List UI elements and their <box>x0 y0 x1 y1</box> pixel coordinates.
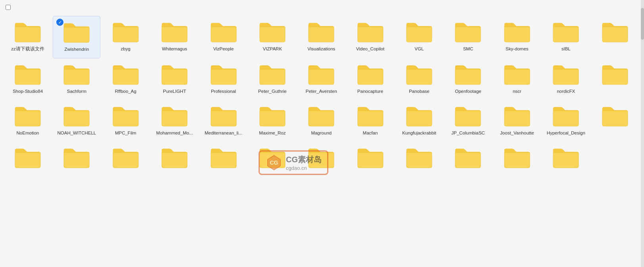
folder-item[interactable] <box>444 142 492 177</box>
folder-item[interactable]: VGL <box>395 16 443 58</box>
folder-item[interactable]: Peter_Aversten <box>297 58 345 100</box>
folder-label: NOAH_WITCHELL <box>57 130 96 136</box>
folder-icon <box>209 62 238 85</box>
folder-item[interactable]: Whitemagus <box>151 16 198 58</box>
folder-icon <box>503 62 531 85</box>
folder-icon <box>405 146 433 169</box>
folder-label: PureLIGHT <box>163 88 186 94</box>
folder-label: Mediterranean_li... <box>205 130 242 136</box>
folder-item[interactable]: Panocapture <box>347 58 394 100</box>
folder-item[interactable] <box>102 142 150 177</box>
folder-icon <box>160 146 189 169</box>
folder-item[interactable]: Shop-Studio84 <box>4 58 52 100</box>
folder-item[interactable]: JP_ColumbiaSC <box>444 100 492 142</box>
folder-item[interactable]: Mediterranean_li... <box>200 100 247 142</box>
folder-label: Mohammed_Mo... <box>156 130 193 136</box>
folder-icon <box>307 20 335 43</box>
folder-label: Sachform <box>67 88 86 94</box>
folder-label: VizPeople <box>213 46 234 52</box>
folder-item[interactable]: sIBL <box>542 16 590 58</box>
folder-icon <box>307 62 335 85</box>
folder-item[interactable] <box>395 142 443 177</box>
folder-item[interactable] <box>151 142 198 177</box>
folder-icon <box>111 104 140 127</box>
folder-label: Kungfujackrabbit <box>402 130 436 136</box>
folder-item[interactable]: Professional <box>200 58 247 100</box>
folder-item[interactable]: Openfootage <box>444 58 492 100</box>
folder-item[interactable]: Video_Copilot <box>347 16 394 58</box>
folder-label: Hyperfocal_Design <box>547 130 585 136</box>
folder-item[interactable]: zbyg <box>102 16 150 58</box>
folder-item[interactable]: Sky-domes <box>493 16 541 58</box>
folder-item[interactable] <box>542 142 590 177</box>
folder-item[interactable] <box>4 142 52 177</box>
folder-icon <box>62 20 91 43</box>
folder-item[interactable]: NoEmotion <box>4 100 52 142</box>
folder-item[interactable]: Mohammed_Mo... <box>151 100 198 142</box>
folder-item[interactable] <box>53 142 100 177</box>
scrollbar[interactable] <box>641 0 644 267</box>
folder-icon <box>13 146 42 169</box>
folder-item[interactable]: zz请下载该文件 <box>4 16 52 58</box>
folder-item[interactable] <box>493 142 541 177</box>
folder-label: sIBL <box>562 46 571 52</box>
folder-item[interactable]: Hyperfocal_Design <box>542 100 590 142</box>
folder-item[interactable]: Maxime_Roz <box>249 100 296 142</box>
folder-item[interactable]: Sachform <box>53 58 100 100</box>
folder-item[interactable] <box>200 142 247 177</box>
folder-icon <box>209 20 238 43</box>
folder-grid: zz请下载该文件✓ Zwishendrin zbyg Whitemagus Vi… <box>4 4 640 177</box>
folder-item[interactable]: VIZPARK <box>249 16 296 58</box>
folder-icon <box>307 146 335 169</box>
folder-icon <box>356 146 385 169</box>
folder-item[interactable]: Visualizations <box>297 16 345 58</box>
folder-item[interactable]: Joost_Vanhoutte <box>493 100 541 142</box>
folder-label: VIZPARK <box>263 46 282 52</box>
folder-label: SMC <box>463 46 473 52</box>
folder-icon <box>601 62 629 85</box>
folder-item[interactable]: VizPeople <box>200 16 247 58</box>
folder-icon <box>13 20 42 43</box>
folder-item[interactable]: Kungfujackrabbit <box>395 100 443 142</box>
folder-label: Macfan <box>363 130 378 136</box>
folder-icon <box>503 104 531 127</box>
folder-icon <box>62 146 91 169</box>
folder-item[interactable]: Panobase <box>395 58 443 100</box>
folder-item[interactable]: SMC <box>444 16 492 58</box>
folder-icon <box>258 146 287 169</box>
folder-item[interactable]: PureLIGHT <box>151 58 198 100</box>
folder-item[interactable] <box>591 16 639 58</box>
folder-icon <box>454 62 482 85</box>
folder-label: Peter_Aversten <box>306 88 337 94</box>
folder-item[interactable]: Rffboo_Ag <box>102 58 150 100</box>
folder-icon <box>503 146 531 169</box>
folder-item[interactable]: Peter_Guthrie <box>249 58 296 100</box>
folder-item[interactable]: NOAH_WITCHELL <box>53 100 100 142</box>
folder-item[interactable] <box>249 142 296 177</box>
folder-item[interactable] <box>591 58 639 100</box>
folder-item[interactable]: nordicFX <box>542 58 590 100</box>
folder-icon <box>405 104 433 127</box>
scrollbar-thumb[interactable] <box>641 8 644 40</box>
folder-label: MPC_Film <box>115 130 136 136</box>
folder-item[interactable]: ✓ Zwishendrin <box>53 16 100 58</box>
folder-icon <box>601 20 629 43</box>
folder-icon <box>552 20 580 43</box>
folder-label: JP_ColumbiaSC <box>451 130 485 136</box>
folder-item[interactable]: Maground <box>297 100 345 142</box>
folder-icon <box>111 20 140 43</box>
select-all-checkbox[interactable] <box>6 5 11 10</box>
folder-icon <box>307 104 335 127</box>
folder-label: Whitemagus <box>162 46 187 52</box>
folder-icon <box>405 20 433 43</box>
folder-item[interactable]: Macfan <box>347 100 394 142</box>
folder-icon <box>454 146 482 169</box>
folder-icon <box>258 20 287 43</box>
folder-label: Panocapture <box>357 88 383 94</box>
folder-item[interactable] <box>591 100 639 142</box>
folder-item[interactable]: MPC_Film <box>102 100 150 142</box>
folder-item[interactable] <box>297 142 345 177</box>
folder-label: Maxime_Roz <box>259 130 286 136</box>
folder-item[interactable] <box>347 142 394 177</box>
folder-item[interactable]: nscr <box>493 58 541 100</box>
